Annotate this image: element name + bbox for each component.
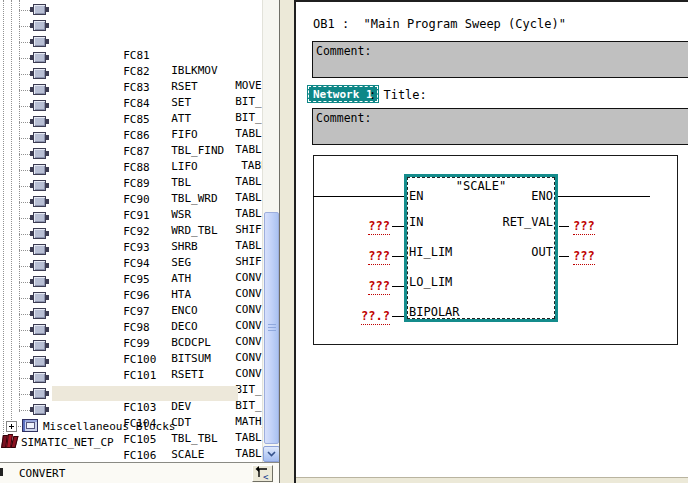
tree-item[interactable]: FC83 SET BIT_LOGC xyxy=(0,34,262,50)
selection-highlight xyxy=(52,402,238,417)
selection-highlight xyxy=(52,258,238,273)
network-title[interactable]: : Title: xyxy=(369,88,427,102)
selection-highlight xyxy=(52,338,238,353)
pin-lo-lim: LO_LIM xyxy=(409,276,452,288)
expand-plus-icon[interactable] xyxy=(6,421,17,432)
operand-lo-lim[interactable]: ??? xyxy=(350,280,390,292)
operand-stub xyxy=(392,316,404,317)
cropped-icon xyxy=(0,468,3,476)
function-block-icon xyxy=(33,20,46,31)
comment-label: Comment: xyxy=(316,44,371,58)
selection-highlight xyxy=(52,66,238,81)
program-editor: OB1 : "Main Program Sweep (Cycle)" Comme… xyxy=(296,0,688,483)
tree-item[interactable]: FC88 TBL TABLE xyxy=(0,114,262,130)
network-label[interactable]: Network 1 xyxy=(308,86,378,102)
tree-item[interactable]: FC106 UNSCALE CONVERT xyxy=(0,402,262,418)
library-books-icon xyxy=(1,434,18,448)
editor-top-border xyxy=(296,0,688,2)
selection-highlight xyxy=(52,194,238,209)
function-block-icon xyxy=(33,228,46,239)
selection-highlight xyxy=(52,162,238,177)
function-block-icon xyxy=(33,372,46,383)
function-block-icon xyxy=(33,4,46,15)
tree-item[interactable]: FC87 LIFO TABLE xyxy=(0,98,262,114)
tree-item[interactable]: FC98 BCDCPL CONVERT xyxy=(0,274,262,290)
tree-item-simatic-net-cp[interactable]: SIMATIC_NET_CP xyxy=(0,434,262,450)
tree-item[interactable]: FC92 SHRB SHIFT xyxy=(0,178,262,194)
block-header-title: OB1 : "Main Program Sweep (Cycle)" xyxy=(313,17,566,31)
editor-bottom-frame xyxy=(296,477,688,483)
operand-bipolar[interactable]: ??.? xyxy=(350,310,390,322)
selection-highlight xyxy=(52,210,238,225)
operand-out[interactable]: ??? xyxy=(573,250,613,262)
operand-ret-val[interactable]: ??? xyxy=(573,220,613,232)
tree-item[interactable]: FC94 ATH CONVERT xyxy=(0,210,262,226)
tree-item[interactable]: FC102 DEV MATH_FP xyxy=(0,338,262,354)
tree-item-miscellaneous-blocks[interactable]: Miscellaneous Blocks xyxy=(0,418,262,434)
tree-item[interactable]: FC86 TBL_FIND TABLE xyxy=(0,82,262,98)
selection-highlight xyxy=(52,226,238,241)
selection-highlight xyxy=(52,178,238,193)
block-folder-icon xyxy=(22,419,38,432)
tree-item[interactable]: FC82 RSET BIT_LOGC xyxy=(0,18,262,34)
function-block-icon xyxy=(33,244,46,255)
tree-item[interactable]: FC95 HTA CONVERT xyxy=(0,226,262,242)
tree-item[interactable]: FC104 TBL_TBL TABLE xyxy=(0,370,262,386)
function-block-icon xyxy=(33,148,46,159)
tree-item[interactable]: FC89 TBL_WRD TABLE xyxy=(0,130,262,146)
tree-item[interactable]: FC97 DECO CONVERT xyxy=(0,258,262,274)
function-block-icon xyxy=(33,132,46,143)
operand-stub xyxy=(392,286,404,287)
tree-item[interactable]: FC96 ENCO CONVERT xyxy=(0,242,262,258)
function-block-icon xyxy=(33,340,46,351)
tree-vertical-scrollbar[interactable] xyxy=(262,0,279,462)
comment-label: Comment: xyxy=(316,111,371,125)
tree-item[interactable]: FC101 SETI BIT_LOGC xyxy=(0,322,262,338)
block-tree: FC81 IBLKMOV MOVE FC82 RSET BIT_LOGC FC8… xyxy=(0,0,262,462)
family-filter-label: CONVERT xyxy=(19,467,65,480)
network-comment-box[interactable]: Comment: xyxy=(312,108,688,145)
en-wire xyxy=(313,196,404,197)
operand-in[interactable]: ??? xyxy=(350,220,390,232)
function-block-icon xyxy=(33,388,46,399)
tree-item[interactable]: FC93 SEG CONVERT xyxy=(0,194,262,210)
step7-window: FC81 IBLKMOV MOVE FC82 RSET BIT_LOGC FC8… xyxy=(0,0,688,483)
jump-arrow-icon: < xyxy=(253,466,272,481)
operand-stub xyxy=(392,226,404,227)
tree-item[interactable]: FC103 CDT TABLE xyxy=(0,354,262,370)
function-block-icon xyxy=(33,52,46,63)
function-block-icon xyxy=(33,196,46,207)
tree-item[interactable]: FC90 WSR SHIFT xyxy=(0,146,262,162)
operand-hi-lim[interactable]: ??? xyxy=(350,250,390,262)
selection-highlight xyxy=(52,322,238,337)
panel-splitter[interactable] xyxy=(280,0,294,483)
operand-stub xyxy=(559,226,569,227)
scale-block[interactable]: "SCALE" EN IN HI_LIM LO_LIM BIPOLAR ENO … xyxy=(404,174,558,322)
operand-stub xyxy=(392,256,404,257)
tree-item[interactable]: FC81 IBLKMOV MOVE xyxy=(0,2,262,18)
block-comment-box[interactable]: Comment: xyxy=(312,41,688,78)
pin-hi-lim: HI_LIM xyxy=(409,246,452,258)
operand-stub xyxy=(559,256,569,257)
function-block-icon xyxy=(33,36,46,47)
function-block-icon xyxy=(33,260,46,271)
tree-item[interactable]: FC105 SCALE CONVERT xyxy=(0,386,262,402)
pin-in: IN xyxy=(409,216,423,228)
pin-out: OUT xyxy=(531,246,553,258)
svg-text:<: < xyxy=(263,472,269,482)
tree-item[interactable]: FC100 RSETI BIT_LOGC xyxy=(0,306,262,322)
selection-highlight xyxy=(52,370,238,385)
selection-highlight xyxy=(52,386,238,401)
tree-item[interactable]: FC85 FIFO TABLE xyxy=(0,66,262,82)
selection-highlight xyxy=(52,82,238,97)
scrollbar-down-button[interactable] xyxy=(263,446,280,462)
tree-item[interactable]: FC84 ATT TABLE xyxy=(0,50,262,66)
scrollbar-thumb[interactable] xyxy=(264,212,279,444)
tree-item[interactable]: FC91 WRD_TBL TABLE xyxy=(0,162,262,178)
pin-en: EN xyxy=(409,190,423,202)
tree-item[interactable]: FC99 BITSUM CONVERT xyxy=(0,290,262,306)
jump-to-block-button[interactable]: < xyxy=(252,465,273,482)
library-status-bar: CONVERT < xyxy=(0,462,279,483)
selection-highlight xyxy=(52,114,238,129)
pin-bipolar: BIPOLAR xyxy=(409,306,460,318)
